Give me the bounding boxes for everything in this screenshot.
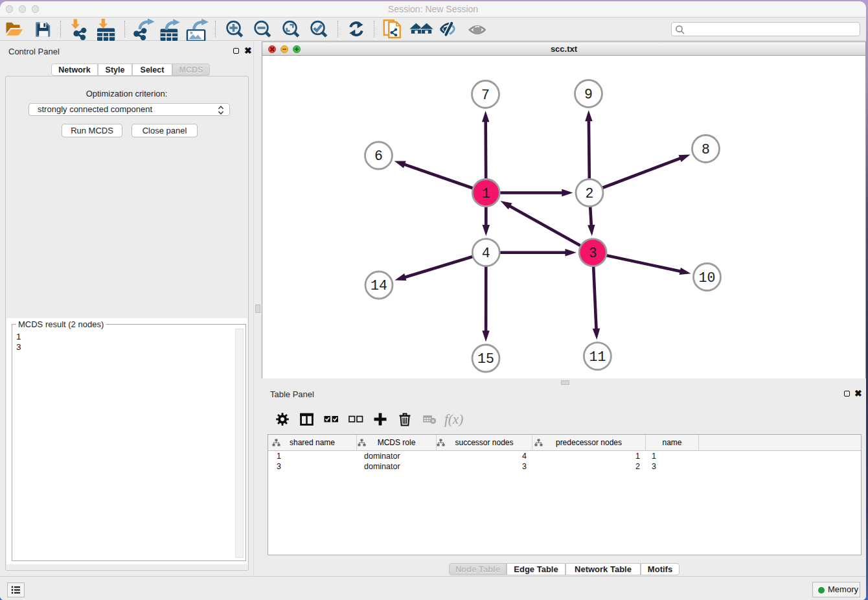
svg-text:2: 2 (586, 186, 594, 202)
svg-text:1: 1 (482, 186, 490, 202)
svg-text:10: 10 (699, 270, 716, 286)
svg-text:9: 9 (584, 87, 593, 102)
svg-text:11: 11 (589, 349, 606, 365)
svg-text:4: 4 (482, 246, 490, 261)
svg-text:8: 8 (702, 142, 710, 157)
svg-text:14: 14 (371, 278, 387, 294)
svg-text:7: 7 (481, 87, 490, 103)
svg-text:6: 6 (374, 148, 383, 164)
svg-text:3: 3 (589, 246, 597, 261)
svg-text:15: 15 (477, 351, 494, 367)
